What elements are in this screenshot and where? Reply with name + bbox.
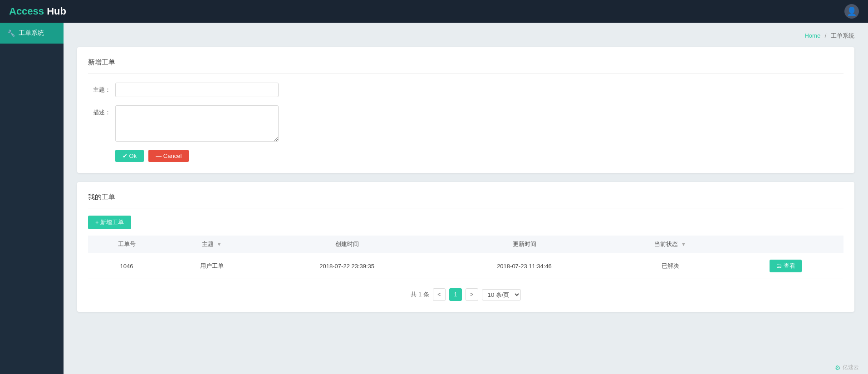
page-1-button[interactable]: 1 bbox=[449, 288, 462, 301]
add-btn-wrapper: + 新增工单 bbox=[88, 216, 843, 229]
table-row: 1046 用户工单 2018-07-22 23:39:35 2018-07-23… bbox=[88, 253, 843, 279]
status-filter-icon[interactable]: ▼ bbox=[681, 241, 686, 247]
next-page-button[interactable]: > bbox=[466, 288, 478, 301]
breadcrumb-separator: / bbox=[825, 32, 827, 39]
cell-updated: 2018-07-23 11:34:46 bbox=[436, 253, 613, 279]
my-tickets-card: 我的工单 + 新增工单 工单号 主题 ▼ 创建时间 bbox=[77, 182, 854, 312]
table-header: 工单号 主题 ▼ 创建时间 更新时间 当前状态 bbox=[88, 236, 843, 253]
table-body: 1046 用户工单 2018-07-22 23:39:35 2018-07-23… bbox=[88, 253, 843, 279]
col-updated: 更新时间 bbox=[436, 236, 613, 253]
tickets-table: 工单号 主题 ▼ 创建时间 更新时间 当前状态 bbox=[88, 236, 843, 279]
sidebar-item-label: 工单系统 bbox=[19, 29, 44, 37]
subject-filter-icon[interactable]: ▼ bbox=[217, 241, 222, 247]
col-created: 创建时间 bbox=[258, 236, 436, 253]
pagination: 共 1 条 < 1 > 10 条/页 bbox=[88, 288, 843, 301]
subject-label: 主题： bbox=[88, 83, 115, 97]
user-avatar[interactable]: 👤 bbox=[844, 4, 859, 19]
description-input[interactable] bbox=[115, 105, 279, 142]
cell-status: 已解决 bbox=[613, 253, 728, 279]
footer-label: 亿速云 bbox=[843, 364, 859, 371]
description-row: 描述： bbox=[88, 105, 360, 142]
breadcrumb-home[interactable]: Home bbox=[804, 32, 820, 39]
footer-icon: ⚙ bbox=[835, 364, 841, 371]
wrench-icon: 🔧 bbox=[7, 30, 15, 37]
description-label: 描述： bbox=[88, 105, 115, 120]
app-title: Access Hub bbox=[9, 5, 66, 17]
col-action bbox=[727, 236, 843, 253]
cell-created: 2018-07-22 23:39:35 bbox=[258, 253, 436, 279]
sidebar: 🔧 工单系统 bbox=[0, 23, 64, 374]
total-text: 共 1 条 bbox=[411, 290, 429, 299]
subject-input[interactable] bbox=[115, 83, 279, 97]
title-access: Access bbox=[9, 5, 44, 17]
new-ticket-card: 新增工单 主题： 描述： ✔ Ok — Cancel bbox=[77, 47, 854, 173]
my-tickets-title: 我的工单 bbox=[88, 193, 843, 208]
title-hub: Hub bbox=[44, 5, 66, 17]
prev-page-button[interactable]: < bbox=[433, 288, 446, 301]
ok-button[interactable]: ✔ Ok bbox=[115, 150, 144, 162]
view-button[interactable]: 🗂 查看 bbox=[770, 260, 802, 272]
new-ticket-title: 新增工单 bbox=[88, 58, 843, 74]
cancel-button[interactable]: — Cancel bbox=[148, 150, 189, 162]
cell-action: 🗂 查看 bbox=[727, 253, 843, 279]
form-actions: ✔ Ok — Cancel bbox=[88, 150, 843, 162]
col-subject: 主题 ▼ bbox=[165, 236, 258, 253]
subject-row: 主题： bbox=[88, 83, 360, 97]
cell-subject: 用户工单 bbox=[165, 253, 258, 279]
sidebar-item-ticket-system[interactable]: 🔧 工单系统 bbox=[0, 23, 64, 44]
col-status: 当前状态 ▼ bbox=[613, 236, 728, 253]
footer: ⚙ 亿速云 bbox=[835, 361, 859, 374]
breadcrumb-current: 工单系统 bbox=[831, 32, 854, 39]
main-layout: 🔧 工单系统 Home / 工单系统 新增工单 主题： 描述： ✔ Ok — bbox=[0, 23, 868, 374]
cell-id: 1046 bbox=[88, 253, 165, 279]
breadcrumb: Home / 工单系统 bbox=[77, 32, 854, 40]
per-page-select[interactable]: 10 条/页 bbox=[482, 289, 521, 300]
add-ticket-button[interactable]: + 新增工单 bbox=[88, 216, 131, 229]
col-id: 工单号 bbox=[88, 236, 165, 253]
main-content: Home / 工单系统 新增工单 主题： 描述： ✔ Ok — Cancel 我… bbox=[64, 23, 868, 374]
top-nav: Access Hub 👤 bbox=[0, 0, 868, 23]
